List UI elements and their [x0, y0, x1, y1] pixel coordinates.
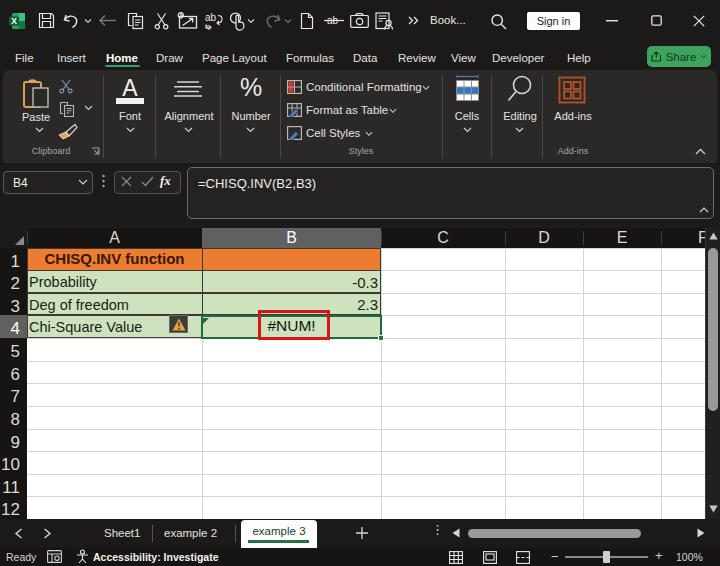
svg-text:c: c [205, 22, 209, 31]
svg-text:X: X [11, 16, 17, 26]
